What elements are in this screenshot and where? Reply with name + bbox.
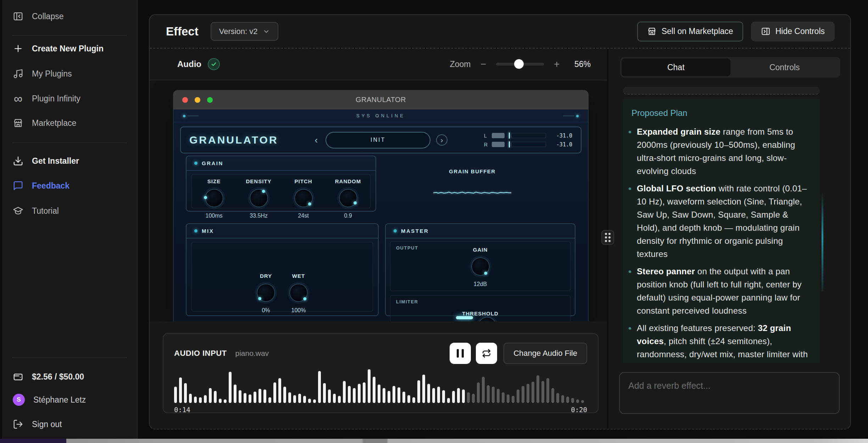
total-duration: 0:20: [571, 406, 587, 414]
knob-wet[interactable]: WET100%: [282, 273, 315, 314]
knob-dial[interactable]: [339, 189, 357, 207]
knob-dial[interactable]: [257, 284, 275, 302]
waveform-bar: [566, 397, 569, 403]
waveform-bar: [303, 396, 306, 403]
sidebar-item-my-plugins[interactable]: My Plugins: [13, 65, 72, 83]
knob-dial[interactable]: [294, 189, 313, 207]
zoom-in-button[interactable]: +: [554, 59, 560, 70]
user-account-item[interactable]: S Stéphane Letz: [13, 391, 86, 409]
knob-random[interactable]: RANDOM0.9: [332, 178, 365, 219]
sidebar-item-create-new-plugin[interactable]: Create New Plugin: [13, 39, 104, 58]
sidebar-collapse-button[interactable]: Collapse: [13, 7, 64, 26]
zoom-label: Zoom: [450, 60, 471, 69]
waveform-bar: [348, 386, 351, 403]
preset-prev-button[interactable]: ‹: [315, 135, 318, 146]
chat-input[interactable]: [619, 372, 840, 414]
close-icon[interactable]: [182, 97, 188, 103]
waveform-bar: [214, 391, 217, 403]
mix-panel-title: MIX: [202, 228, 214, 234]
tab-controls[interactable]: Controls: [730, 58, 839, 76]
waveform-bar: [532, 382, 534, 403]
knob-dial[interactable]: [471, 257, 490, 276]
knob-dry[interactable]: DRY0%: [250, 273, 282, 314]
tab-audio[interactable]: Audio: [177, 59, 201, 69]
knob-size[interactable]: SIZE100ms: [198, 178, 230, 219]
grain-buffer: GRAIN BUFFER: [377, 156, 567, 212]
waveform-bar: [298, 394, 301, 403]
sidebar-item-feedback[interactable]: Feedback: [13, 176, 69, 195]
zoom-out-button[interactable]: −: [480, 59, 486, 70]
pause-button[interactable]: [450, 343, 471, 364]
check-circle-icon: [208, 58, 220, 70]
sidebar-item-label: Plugin Infinity: [32, 94, 80, 103]
waveform-bar: [184, 383, 187, 403]
waveform-bar: [388, 391, 390, 403]
sell-button-label: Sell on Marketplace: [662, 27, 733, 36]
waveform-bar: [571, 398, 574, 403]
sign-out-label: Sign out: [32, 420, 62, 429]
chat-bubble-icon: [13, 180, 23, 191]
waveform-bar: [467, 392, 470, 403]
waveform-bar: [492, 387, 495, 403]
audio-waveform[interactable]: [174, 369, 587, 403]
sidebar-item-plugin-infinity[interactable]: ∞ Plugin Infinity: [13, 89, 80, 108]
plan-bullet-text: Global LFO section with rate control (0.…: [637, 182, 813, 260]
sidebar-item-marketplace[interactable]: Marketplace: [13, 114, 76, 132]
os-taskbar-strip: [0, 439, 868, 443]
hide-controls-button[interactable]: Hide Controls: [751, 22, 835, 41]
knob-value: 100%: [291, 307, 306, 314]
plan-bullet-text: All existing features preserved: 32 grai…: [637, 321, 813, 363]
knob-dial[interactable]: [205, 189, 223, 207]
status-decor-left: [183, 115, 199, 117]
waveform-bar: [204, 395, 207, 403]
waveform-bar: [333, 394, 336, 403]
waveform-bar: [189, 394, 192, 403]
chat-message-list[interactable]: Proposed Plan Expanded grain size range …: [608, 86, 850, 363]
tab-chat[interactable]: Chat: [622, 58, 730, 76]
time-row: 0:14 0:20: [174, 406, 587, 414]
sidebar-item-get-installer[interactable]: Get Installer: [13, 152, 79, 170]
waveform-bar: [378, 385, 380, 403]
change-audio-file-button[interactable]: Change Audio File: [503, 343, 587, 364]
maximize-icon[interactable]: [207, 97, 213, 103]
waveform-bar: [546, 378, 549, 403]
preset-next-button[interactable]: ›: [436, 134, 447, 146]
sign-out-button[interactable]: Sign out: [13, 415, 62, 433]
limiter-label: LIMITER: [396, 299, 418, 304]
knob-dial[interactable]: [289, 284, 308, 302]
knob-gain[interactable]: GAIN12dB: [464, 247, 497, 287]
store-icon: [647, 27, 657, 36]
sidebar-item-tutorial[interactable]: Tutorial: [13, 202, 59, 220]
waveform-bar: [244, 393, 246, 403]
loop-button[interactable]: [476, 343, 497, 364]
plugin-window-titlebar[interactable]: GRANULATOR: [173, 90, 589, 110]
waveform-bar: [393, 386, 395, 403]
balance-item[interactable]: $2.56 / $50.00: [13, 368, 84, 386]
knob-pitch[interactable]: PITCH24st: [287, 178, 320, 219]
plan-bullet: Global LFO section with rate control (0.…: [629, 182, 813, 260]
preset-selector[interactable]: INIT: [326, 132, 430, 148]
waveform-bar: [541, 381, 544, 403]
previous-message-edge: [623, 87, 820, 95]
zoom-controls: Zoom − + 56%: [450, 59, 591, 70]
version-selector[interactable]: Version: v2: [211, 22, 278, 41]
grain-panel-body: SIZE100msDENSITY33.5HzPITCH24stRANDOM0.9: [191, 174, 371, 208]
zoom-slider-thumb[interactable]: [514, 59, 524, 69]
knob-density[interactable]: DENSITY33.5Hz: [243, 178, 275, 219]
hide-controls-label: Hide Controls: [775, 27, 825, 36]
knob-threshold[interactable]: [478, 317, 496, 321]
sidebar-item-label: Tutorial: [32, 206, 59, 216]
knob-dial[interactable]: [250, 189, 268, 207]
knob-indicator: [261, 189, 266, 194]
waveform-bar: [328, 389, 331, 403]
zoom-slider[interactable]: [496, 63, 544, 66]
plugin-preview-area: GRANULATOR SYS ONLINE GRANULATOR ‹: [150, 80, 607, 321]
sell-on-marketplace-button[interactable]: Sell on Marketplace: [637, 22, 743, 41]
waveform-bar: [536, 375, 539, 403]
chat-scrollbar-thumb[interactable]: [822, 192, 823, 292]
master-limiter-section: LIMITER THRESHOLD: [390, 295, 571, 321]
waveform-bar: [432, 388, 435, 403]
user-name: Stéphane Letz: [33, 395, 86, 405]
chat-panel: Chat Controls Proposed Plan Expanded gra…: [608, 49, 850, 429]
minimize-icon[interactable]: [195, 97, 200, 103]
